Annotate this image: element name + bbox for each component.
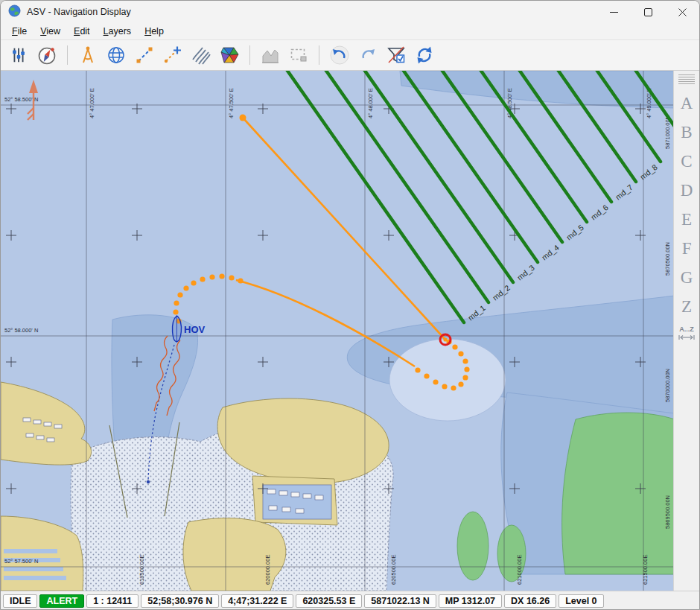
- layer-button-d[interactable]: D: [674, 176, 699, 205]
- layer-button-b[interactable]: B: [674, 118, 699, 147]
- range-arrow-icon: [678, 334, 695, 340]
- utm-easting-label: 620000.00E: [264, 555, 271, 585]
- lat-label: 52° 57.500' N: [4, 558, 38, 565]
- layer-button-f[interactable]: F: [674, 234, 699, 263]
- close-button[interactable]: [665, 1, 699, 23]
- status-latitude: 52;58;30.976 N: [141, 594, 219, 608]
- vessel-label: HOV: [184, 324, 206, 335]
- layer-sidebar: A B C D E F G Z A...Z: [673, 71, 699, 591]
- layers-polygon-icon[interactable]: [217, 43, 241, 67]
- utm-easting-label: 621500.00E: [642, 555, 649, 585]
- view-back-icon[interactable]: [328, 43, 351, 67]
- status-bar: IDLE ALERT 1 : 12411 52;58;30.976 N 4;47…: [1, 591, 699, 610]
- lat-label: 52° 58.500' N: [4, 96, 38, 103]
- app-icon: [8, 4, 21, 20]
- a-to-z-label: A...Z: [679, 325, 694, 333]
- select-area-icon: [287, 43, 311, 67]
- status-mp: MP 1312.07: [439, 594, 502, 608]
- refresh-icon[interactable]: [413, 43, 436, 67]
- menu-bar: File View Edit Layers Help: [1, 23, 699, 39]
- utm-northing-label: 5870500.00N: [664, 242, 671, 276]
- lon-label: 4° 47.500' E: [228, 88, 235, 118]
- layer-button-a[interactable]: A: [674, 89, 699, 118]
- status-easting: 620325.53 E: [296, 594, 362, 608]
- minimize-button[interactable]: [596, 1, 631, 23]
- title-bar[interactable]: ASV - Navigation Display: [1, 1, 699, 23]
- menu-item-layers[interactable]: Layers: [97, 25, 139, 38]
- layer-button-z[interactable]: Z: [674, 292, 699, 321]
- maximize-button[interactable]: [631, 1, 665, 23]
- view-forward-icon[interactable]: [356, 43, 380, 67]
- status-scale: 1 : 12411: [86, 594, 139, 608]
- toolbar-separator: [249, 45, 250, 65]
- chart-map[interactable]: 52° 58.500' N 52° 58.000' N 52° 57.500' …: [1, 71, 673, 591]
- a-to-z-range-button[interactable]: A...Z: [678, 325, 695, 340]
- filter-settings-icon[interactable]: [384, 43, 408, 67]
- layer-button-c[interactable]: C: [674, 147, 699, 176]
- menu-item-edit[interactable]: Edit: [67, 25, 97, 38]
- app-window: ASV - Navigation Display File View Edit …: [0, 0, 700, 610]
- status-level: Level 0: [559, 594, 603, 608]
- utm-easting-label: 619500.00E: [139, 555, 145, 585]
- menu-item-file[interactable]: File: [5, 25, 34, 38]
- status-northing: 5871022.13 N: [364, 594, 436, 608]
- status-dx: DX 16.26: [504, 594, 556, 608]
- display-settings-icon[interactable]: [7, 43, 31, 67]
- lon-label: 4° 47.000' E: [89, 88, 95, 118]
- sidebar-grip[interactable]: [678, 74, 695, 86]
- window-title: ASV - Navigation Display: [27, 7, 131, 17]
- globe-icon[interactable]: [104, 43, 128, 67]
- utm-easting-label: 620500.00E: [390, 555, 397, 585]
- status-longitude: 4;47;31.222 E: [221, 594, 293, 608]
- layer-button-e[interactable]: E: [674, 205, 699, 234]
- toolbar-separator: [67, 45, 68, 65]
- lon-label: 4° 48.000' E: [367, 88, 374, 118]
- measure-divider-icon[interactable]: [76, 43, 100, 67]
- utm-easting-label: 621000.00E: [516, 555, 523, 585]
- toolbar: [1, 39, 699, 71]
- waypoint-marker: [240, 115, 246, 121]
- add-waypoint-icon[interactable]: [161, 43, 185, 67]
- route-line-icon[interactable]: [133, 43, 156, 67]
- status-mode: IDLE: [3, 594, 37, 608]
- contour-lines-icon[interactable]: [189, 43, 213, 67]
- status-alert[interactable]: ALERT: [39, 594, 84, 608]
- menu-item-view[interactable]: View: [34, 25, 67, 38]
- utm-northing-label: 5869500.00N: [664, 495, 671, 529]
- compass-icon[interactable]: [35, 43, 59, 67]
- layer-button-g[interactable]: G: [674, 263, 699, 292]
- menu-item-help[interactable]: Help: [138, 25, 171, 38]
- utm-northing-label: 5870000.00N: [664, 369, 671, 402]
- lat-label: 52° 58.000' N: [4, 327, 38, 334]
- toolbar-separator: [319, 45, 319, 65]
- shallow-bank: [389, 339, 506, 421]
- profile-chart-icon: [258, 43, 282, 67]
